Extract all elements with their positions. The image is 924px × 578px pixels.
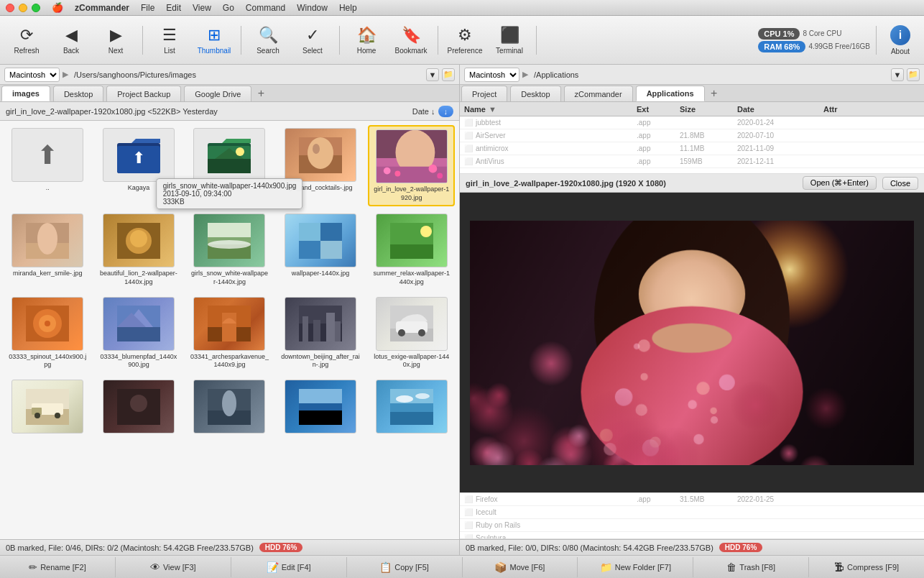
open-button[interactable]: Open (⌘+Enter) xyxy=(803,176,877,190)
thumbnail-button[interactable]: ⊞ Thumbnail xyxy=(193,19,235,61)
ram-pill: RAM 68% xyxy=(758,41,805,52)
thumb-beijing[interactable]: downtown_beijing_after_rain-.jpg xyxy=(277,294,364,372)
tab-add-right[interactable]: + xyxy=(706,86,722,101)
search-button[interactable]: 🔍 Search xyxy=(247,19,289,61)
thumb-up[interactable]: ⬆ .. xyxy=(4,125,91,206)
close-button[interactable]: Close xyxy=(882,177,918,190)
menu-help[interactable]: Help xyxy=(339,3,357,13)
file-row[interactable]: ⬜ Icecult xyxy=(460,506,924,519)
tab-desktop-left[interactable]: Desktop xyxy=(53,86,103,101)
terminal-button[interactable]: ⬛ Terminal xyxy=(489,19,530,61)
menu-command[interactable]: Command xyxy=(246,3,285,13)
compress-button[interactable]: 🗜 Compress [F9] xyxy=(809,557,924,577)
right-path-bar: Macintosh ▶ /Applications ▼ 📁 xyxy=(460,65,924,85)
next-button[interactable]: ▶ Next xyxy=(95,19,137,61)
tab-project-backup[interactable]: Project Backup xyxy=(106,86,181,101)
new-folder-button[interactable]: 📁 New Folder [F7] xyxy=(578,557,693,577)
close-button[interactable] xyxy=(6,4,14,12)
thumb-spinout[interactable]: 03333_spinout_1440x900.jpg xyxy=(4,294,91,372)
file-row[interactable]: ⬜ Ruby on Rails xyxy=(460,519,924,532)
list-button[interactable]: ☰ List xyxy=(149,19,190,61)
tab-desktop-right[interactable]: Desktop xyxy=(510,86,560,101)
bottom-toolbar: ✏ Rename [F2] 👁 View [F3] 📝 Edit [F4] 📋 … xyxy=(0,555,924,578)
right-path-expand[interactable]: ▼ xyxy=(891,68,904,81)
svg-rect-55 xyxy=(326,313,335,341)
file-row[interactable]: ⬜ AntiVirus .app 159MB 2021-12-11 xyxy=(460,155,924,168)
bookmark-button[interactable]: 🔖 Bookmark xyxy=(390,19,432,61)
svg-rect-56 xyxy=(335,321,341,341)
thumb-sea[interactable] xyxy=(368,377,455,439)
thumb-girl-love[interactable]: girl_in_love_2-wallpaper-1920.jpg xyxy=(368,125,455,206)
svg-rect-74 xyxy=(299,410,342,425)
file-row[interactable]: ⬜ Firefox .app 31.5MB 2022-01-25 xyxy=(460,493,924,506)
svg-point-12 xyxy=(308,137,333,169)
thumb-blumen[interactable]: 03334_blumenpfad_1440x900.jpg xyxy=(96,294,183,372)
about-button[interactable]: i About xyxy=(882,19,918,61)
menu-file[interactable]: File xyxy=(141,3,154,13)
tab-google-drive[interactable]: Google Drive xyxy=(184,86,251,101)
file-row[interactable]: ⬜ Sculptura xyxy=(460,532,924,539)
home-button[interactable]: 🏠 Home xyxy=(346,19,387,61)
menu-view[interactable]: View xyxy=(193,3,211,13)
left-path-expand[interactable]: ▼ xyxy=(426,68,439,81)
select-button[interactable]: ✓ Select xyxy=(292,19,333,61)
refresh-button[interactable]: ⟳ Refresh xyxy=(6,19,47,61)
svg-point-21 xyxy=(437,173,443,179)
svg-point-24 xyxy=(37,223,57,254)
menu-edit[interactable]: Edit xyxy=(166,3,181,13)
sort-button[interactable]: ↓ xyxy=(438,106,454,117)
left-drive-select[interactable]: Macintosh xyxy=(4,68,60,82)
col-date-header[interactable]: Date xyxy=(733,105,819,114)
left-tabs: images Desktop Project Backup Google Dri… xyxy=(0,85,459,102)
tab-add-left[interactable]: + xyxy=(253,86,269,101)
svg-point-31 xyxy=(208,240,251,249)
thumb-lion-label: beautiful_lion_2-wallpaper-1440x.jpg xyxy=(99,270,178,286)
right-drive-select[interactable]: Macintosh xyxy=(464,68,519,82)
thumb-van[interactable] xyxy=(4,377,91,439)
maximize-button[interactable] xyxy=(32,4,40,12)
col-attr-header[interactable]: Attr xyxy=(819,105,924,114)
thumb-lion[interactable]: beautiful_lion_2-wallpaper-1440x.jpg xyxy=(96,211,183,289)
rename-button[interactable]: ✏ Rename [F2] xyxy=(0,557,116,577)
left-path-folder[interactable]: 📁 xyxy=(442,68,455,81)
thumb-miranda[interactable]: miranda_kerr_smile-.jpg xyxy=(4,211,91,289)
copy-button[interactable]: 📋 Copy [F5] xyxy=(347,557,463,577)
home-icon: 🏠 xyxy=(357,26,376,45)
svg-point-18 xyxy=(383,168,390,175)
thumb-wallpaper1440[interactable]: wallpaper-1440x.jpg xyxy=(277,211,364,289)
tab-zcommander[interactable]: zCommander xyxy=(564,86,633,101)
thumb-summer[interactable]: summer_relax-wallpaper-1440x.jpg xyxy=(368,211,455,289)
thumb-dark[interactable] xyxy=(96,377,183,439)
trash-button[interactable]: 🗑 Trash [F8] xyxy=(693,557,809,577)
file-row[interactable]: ⬜ jubbtest .app 2020-01-24 xyxy=(460,116,924,129)
minimize-button[interactable] xyxy=(19,4,27,12)
preference-button[interactable]: ⚙ Preference xyxy=(444,19,486,61)
view-button[interactable]: 👁 View [F3] xyxy=(116,557,231,577)
edit-button[interactable]: 📝 Edit [F4] xyxy=(231,557,347,577)
svg-point-13 xyxy=(313,144,320,154)
right-path-folder[interactable]: 📁 xyxy=(907,68,920,81)
menu-go[interactable]: Go xyxy=(223,3,234,13)
tab-project-right[interactable]: Project xyxy=(461,86,507,101)
file-row[interactable]: ⬜ antimicrox .app 11.1MB 2021-11-09 xyxy=(460,142,924,155)
thumb-wallpaper1440-label: wallpaper-1440x.jpg xyxy=(292,270,350,278)
back-button[interactable]: ◀ Back xyxy=(50,19,92,61)
thumb-miranda-label: miranda_kerr_smile-.jpg xyxy=(13,270,83,278)
thumb-ocean[interactable] xyxy=(277,377,364,439)
move-button[interactable]: 📦 Move [F6] xyxy=(463,557,578,577)
thumb-arches[interactable]: 03341_archesparkavenue_1440x9.jpg xyxy=(186,294,273,372)
thumb-spinout-label: 03333_spinout_1440x900.jpg xyxy=(8,353,87,370)
left-hdd-pill: HDD 76% xyxy=(259,543,302,552)
thumb-girls-snow[interactable]: girls_snow_white-wallpaper-1440x900.jpg … xyxy=(186,211,273,289)
thumb-girl-stand[interactable] xyxy=(186,377,273,439)
col-name-header[interactable]: Name ▼ xyxy=(460,105,632,114)
col-ext-header[interactable]: Ext xyxy=(632,105,675,114)
menu-window[interactable]: Window xyxy=(297,3,328,13)
thumb-lotus[interactable]: lotus_exige-wallpaper-1440x.jpg xyxy=(368,294,455,372)
tab-applications[interactable]: Applications xyxy=(636,86,705,101)
file-row[interactable]: ⬜ AirServer .app 21.8MB 2020-07-10 xyxy=(460,129,924,142)
sort-label: Date ↓ xyxy=(412,107,435,116)
col-size-header[interactable]: Size xyxy=(675,105,733,114)
left-path-text: /Users/sanghoons/Pictures/images xyxy=(71,70,423,79)
tab-images[interactable]: images xyxy=(1,86,50,101)
